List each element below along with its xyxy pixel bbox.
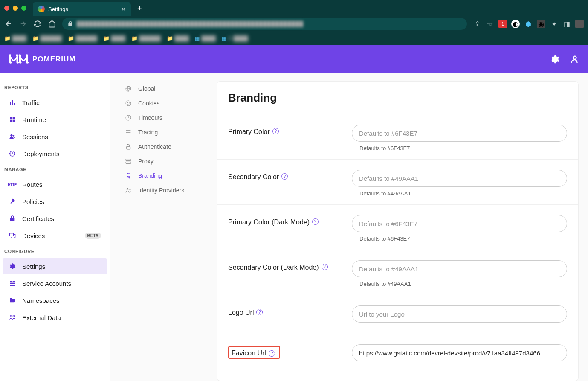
help-icon[interactable]: ?	[269, 350, 275, 357]
svg-rect-2	[12, 100, 13, 105]
logo[interactable]: ⲘⲘ POMERIUM	[9, 52, 76, 67]
nav-deployments[interactable]: Deployments	[3, 145, 107, 162]
nav-runtime[interactable]: Runtime	[3, 111, 107, 128]
subnav-global[interactable]: Global	[119, 81, 217, 96]
server-icon	[125, 157, 132, 165]
url-bar[interactable]: ████████████████████████████████████████…	[62, 18, 467, 30]
subnav-label: Proxy	[138, 158, 154, 165]
forward-icon[interactable]	[19, 20, 27, 28]
bookmark-link[interactable]: ▦G ████	[222, 35, 248, 41]
devices-icon	[9, 232, 16, 239]
share-icon[interactable]: ⇪	[473, 20, 481, 28]
panel-title: Branding	[217, 82, 578, 114]
bookmark-bar: 📁████ 📁██████ 📁██████ 📁████ 📁██████ 📁███…	[0, 32, 588, 45]
extension-icon[interactable]: ◉	[537, 20, 545, 28]
subnav-authenticate[interactable]: Authenticate	[119, 140, 217, 154]
nav-service-accounts[interactable]: Service Accounts	[3, 275, 107, 291]
new-tab-button[interactable]: +	[137, 4, 142, 13]
help-icon[interactable]: ?	[312, 218, 319, 225]
help-icon[interactable]: ?	[272, 128, 279, 134]
primary-color-input[interactable]	[352, 125, 567, 142]
tab-bar: Settings ✕ +	[0, 0, 588, 16]
field-label: Favicon Url	[232, 349, 266, 357]
extension-icon[interactable]: 1	[498, 20, 507, 28]
nav-certificates[interactable]: Certificates	[3, 210, 107, 227]
svg-rect-11	[14, 234, 15, 237]
window-maximize[interactable]	[21, 6, 26, 11]
svg-rect-3	[14, 103, 15, 105]
profile-icon[interactable]	[575, 20, 584, 28]
secondary-color-input[interactable]	[352, 170, 567, 187]
brand-text: POMERIUM	[32, 55, 76, 64]
nav-label: Deployments	[22, 150, 60, 157]
nav-traffic[interactable]: Traffic	[3, 94, 107, 111]
bookmark-folder[interactable]: 📁██████	[68, 35, 97, 41]
back-icon[interactable]	[4, 20, 13, 28]
badge-icon	[125, 172, 132, 180]
favicon-url-input[interactable]	[352, 344, 567, 361]
subnav-timeouts[interactable]: Timeouts	[119, 111, 217, 125]
nav-settings[interactable]: Settings	[3, 258, 107, 274]
user-icon[interactable]	[570, 55, 579, 64]
bookmark-folder[interactable]: 📁████	[4, 35, 26, 41]
svg-rect-6	[10, 120, 12, 122]
bookmark-folder[interactable]: 📁██████	[32, 35, 62, 41]
reload-icon[interactable]	[33, 20, 42, 28]
settings-gear-icon[interactable]	[550, 55, 559, 64]
nav-namespaces[interactable]: Namespaces	[3, 292, 107, 308]
star-icon[interactable]: ☆	[486, 20, 494, 28]
app-body: REPORTS Traffic Runtime Sessions Deploym…	[0, 73, 588, 381]
svg-rect-7	[13, 120, 15, 122]
help-icon[interactable]: ?	[281, 173, 288, 180]
subnav-cookies[interactable]: Cookies	[119, 96, 217, 111]
extension-icon[interactable]: ⬢	[524, 20, 533, 28]
settings-panel: Branding Primary Color ? Defaults to #6F…	[217, 81, 579, 381]
nav-label: Certificates	[22, 215, 54, 222]
nav-sessions[interactable]: Sessions	[3, 128, 107, 145]
help-icon[interactable]: ?	[256, 309, 263, 315]
svg-rect-26	[126, 162, 131, 163]
nav-policies[interactable]: Policies	[3, 193, 107, 209]
home-icon[interactable]	[48, 20, 56, 28]
subnav-label: Global	[138, 85, 155, 92]
subnav-tracing[interactable]: Tracing	[119, 125, 217, 140]
extension-icon[interactable]: ◐	[511, 20, 520, 28]
logo-url-input[interactable]	[352, 305, 567, 323]
bookmark-folder[interactable]: 📁████	[103, 35, 125, 41]
bookmark-folder[interactable]: 📁██████	[131, 35, 161, 41]
svg-rect-15	[10, 285, 15, 286]
nav-label: Policies	[22, 198, 44, 205]
lock-icon	[9, 215, 16, 222]
subnav-branding[interactable]: Branding	[119, 169, 217, 183]
subnav-identity-providers[interactable]: Identity Providers	[119, 183, 217, 198]
nav-routes[interactable]: HTTP Routes	[3, 176, 107, 192]
nav-label: Devices	[22, 232, 45, 239]
field-secondary-color: Secondary Color ? Defaults to #49AAA1	[217, 160, 578, 205]
field-label: Primary Color	[228, 128, 270, 136]
help-icon[interactable]: ?	[322, 264, 328, 270]
sidepanel-icon[interactable]: ◨	[562, 20, 571, 28]
nav-external-data[interactable]: External Data	[3, 309, 107, 326]
svg-point-21	[129, 103, 129, 103]
svg-point-27	[127, 173, 130, 177]
bookmark-link[interactable]: ▦████	[195, 35, 216, 41]
subnav-label: Cookies	[138, 100, 160, 107]
primary-color-dark-input[interactable]	[352, 215, 567, 232]
subnav-proxy[interactable]: Proxy	[119, 154, 217, 169]
svg-rect-10	[9, 233, 13, 236]
section-manage: MANAGE	[0, 163, 110, 175]
tab-close-icon[interactable]: ✕	[121, 6, 126, 12]
field-primary-color-dark: Primary Color (Dark Mode) ? Defaults to …	[217, 205, 578, 250]
secondary-color-dark-input[interactable]	[352, 260, 567, 277]
svg-point-20	[127, 102, 127, 102]
clock-icon	[125, 114, 132, 122]
nav-label: External Data	[22, 314, 61, 321]
help-text: Defaults to #6F43E7	[359, 236, 567, 242]
window-close[interactable]	[4, 6, 9, 11]
browser-tab[interactable]: Settings ✕	[33, 2, 131, 16]
extensions-icon[interactable]: ✦	[550, 20, 558, 28]
window-minimize[interactable]	[13, 6, 18, 11]
nav-devices[interactable]: Devices BETA	[3, 227, 107, 244]
sub-nav: Global Cookies Timeouts Tracing Authenti…	[110, 73, 217, 381]
bookmark-folder[interactable]: 📁████	[167, 35, 189, 41]
